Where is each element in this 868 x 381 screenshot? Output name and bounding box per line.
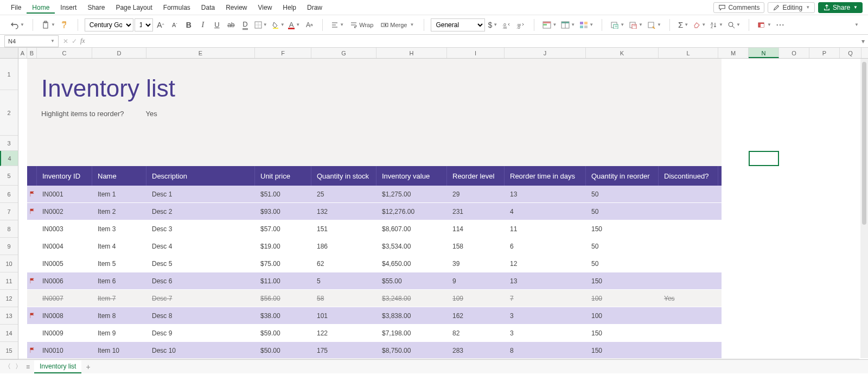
all-sheets-button[interactable]: ≡ bbox=[26, 363, 30, 371]
row-header-13[interactable]: 13 bbox=[0, 307, 18, 325]
menu-draw[interactable]: Draw bbox=[302, 2, 328, 14]
currency-button[interactable]: $▼ bbox=[486, 18, 499, 31]
col-header-J[interactable]: J bbox=[505, 48, 586, 58]
font-size-select[interactable]: 11 bbox=[135, 18, 153, 31]
increase-decimal-button[interactable]: .0.00 bbox=[500, 18, 513, 31]
more-commands-button[interactable]: ⋯ bbox=[774, 18, 787, 31]
col-header-P[interactable]: P bbox=[809, 48, 840, 58]
decrease-decimal-button[interactable]: .00.0 bbox=[514, 18, 527, 31]
row-header-3[interactable]: 3 bbox=[0, 136, 18, 151]
menu-page-layout[interactable]: Page Layout bbox=[110, 2, 157, 14]
sort-filter-button[interactable]: AZ▼ bbox=[709, 18, 725, 31]
cell-styles-button[interactable]: ▼ bbox=[578, 18, 595, 31]
col-header-B[interactable]: B bbox=[27, 48, 37, 58]
editing-mode-button[interactable]: Editing ▼ bbox=[768, 2, 815, 13]
row-header-12[interactable]: 12 bbox=[0, 290, 18, 307]
col-header-G[interactable]: G bbox=[311, 48, 376, 58]
row-header-14[interactable]: 14 bbox=[0, 325, 18, 342]
vertical-scrollbar[interactable] bbox=[860, 59, 868, 358]
italic-button[interactable]: I bbox=[196, 18, 209, 31]
bold-button[interactable]: B bbox=[182, 18, 195, 31]
enter-formula-icon[interactable]: ✓ bbox=[72, 37, 77, 45]
wrap-text-button[interactable]: Wrap bbox=[347, 18, 376, 31]
tab-prev-button[interactable]: 〈 bbox=[4, 362, 11, 371]
row-header-11[interactable]: 11 bbox=[0, 272, 18, 290]
select-all-corner[interactable] bbox=[0, 48, 18, 58]
col-header-F[interactable]: F bbox=[255, 48, 311, 58]
increase-font-button[interactable]: A^ bbox=[154, 18, 167, 31]
row-header-4[interactable]: 4 bbox=[0, 151, 18, 166]
table-row[interactable]: IN0009Item 9Desc 9$59.00122$7,198.008231… bbox=[27, 325, 722, 342]
col-header-I[interactable]: I bbox=[447, 48, 505, 58]
menu-help[interactable]: Help bbox=[277, 2, 302, 14]
cancel-formula-icon[interactable]: ✕ bbox=[63, 37, 68, 45]
row-header-7[interactable]: 7 bbox=[0, 203, 18, 220]
share-button[interactable]: Share ▼ bbox=[818, 2, 863, 13]
col-header-K[interactable]: K bbox=[586, 48, 659, 58]
merge-button[interactable]: Merge▼ bbox=[378, 18, 417, 31]
table-row[interactable]: IN0004Item 4Desc 4$19.00186$3,534.001586… bbox=[27, 238, 722, 255]
col-header-A[interactable]: A bbox=[18, 48, 27, 58]
table-row[interactable]: IN0005Item 5Desc 5$75.0062$4,650.0039125… bbox=[27, 255, 722, 272]
row-header-1[interactable]: 1 bbox=[0, 59, 18, 90]
table-row[interactable]: IN0001Item 1Desc 1$51.0025$1,275.0029135… bbox=[27, 186, 722, 203]
col-header-Q[interactable]: Q bbox=[840, 48, 861, 58]
decrease-font-button[interactable]: Aˇ bbox=[168, 18, 181, 31]
menu-formulas[interactable]: Formulas bbox=[158, 2, 196, 14]
row-header-10[interactable]: 10 bbox=[0, 255, 18, 272]
col-header-M[interactable]: M bbox=[718, 48, 749, 58]
row-header-9[interactable]: 9 bbox=[0, 238, 18, 255]
addins-button[interactable]: ▼ bbox=[756, 18, 773, 31]
table-row[interactable]: IN0003Item 3Desc 3$57.00151$8,607.001141… bbox=[27, 220, 722, 238]
comments-button[interactable]: Comments bbox=[713, 2, 764, 13]
table-row[interactable]: IN0006Item 6Desc 6$11.005$55.00913150 bbox=[27, 272, 722, 290]
menu-view[interactable]: View bbox=[253, 2, 278, 14]
conditional-format-button[interactable]: ▼ bbox=[541, 18, 558, 31]
tab-next-button[interactable]: 〉 bbox=[15, 362, 22, 371]
col-header-E[interactable]: E bbox=[146, 48, 255, 58]
delete-cells-button[interactable]: −▼ bbox=[627, 18, 644, 31]
menu-insert[interactable]: Insert bbox=[55, 2, 82, 14]
row-header-2[interactable]: 2 bbox=[0, 90, 18, 136]
menu-review[interactable]: Review bbox=[220, 2, 252, 14]
col-header-O[interactable]: O bbox=[779, 48, 809, 58]
col-header-D[interactable]: D bbox=[92, 48, 146, 58]
table-row[interactable]: IN0008Item 8Desc 8$38.00101$3,838.001623… bbox=[27, 307, 722, 325]
borders-button[interactable]: ▼ bbox=[253, 18, 269, 31]
paste-button[interactable]: ▼ bbox=[40, 18, 57, 31]
sheet-tab-inventory[interactable]: Inventory list bbox=[34, 360, 81, 373]
find-button[interactable]: ▼ bbox=[726, 18, 742, 31]
col-header-N[interactable]: N bbox=[749, 48, 779, 58]
spreadsheet-grid[interactable]: ABCDEFGHIJKLMNOPQ 123456789101112131415 … bbox=[0, 48, 868, 366]
row-header-8[interactable]: 8 bbox=[0, 220, 18, 238]
table-row[interactable]: IN0010Item 10Desc 10$50.00175$8,750.0028… bbox=[27, 342, 722, 359]
format-cells-button[interactable]: ▼ bbox=[646, 18, 663, 31]
name-box[interactable]: N4▼ bbox=[4, 35, 59, 47]
row-header-5[interactable]: 5 bbox=[0, 166, 18, 186]
formula-input[interactable] bbox=[90, 35, 858, 47]
more-font-button[interactable]: Aa bbox=[303, 18, 316, 31]
font-name-select[interactable]: Century Gothi... bbox=[85, 18, 133, 31]
menu-data[interactable]: Data bbox=[196, 2, 220, 14]
double-underline-button[interactable]: D bbox=[239, 18, 252, 31]
underline-button[interactable]: U bbox=[210, 18, 224, 31]
undo-button[interactable]: ▼ bbox=[9, 18, 26, 31]
align-button[interactable]: ▼ bbox=[329, 18, 346, 31]
formula-expand-button[interactable]: ▾ bbox=[858, 37, 868, 45]
col-header-H[interactable]: H bbox=[376, 48, 447, 58]
ribbon-expand-button[interactable]: ▼ bbox=[850, 18, 863, 31]
font-color-button[interactable]: A▼ bbox=[288, 18, 302, 31]
row-header-6[interactable]: 6 bbox=[0, 186, 18, 203]
menu-file[interactable]: File bbox=[5, 2, 27, 14]
fx-icon[interactable]: fx bbox=[80, 37, 85, 45]
number-format-select[interactable]: General bbox=[431, 18, 485, 31]
format-table-button[interactable]: ▼ bbox=[559, 18, 577, 31]
table-row[interactable]: IN0007Item 7Desc 7$56.0058$3,248.0010971… bbox=[27, 290, 722, 307]
row-header-15[interactable]: 15 bbox=[0, 342, 18, 359]
format-painter-button[interactable] bbox=[58, 18, 71, 31]
col-header-C[interactable]: C bbox=[37, 48, 92, 58]
strikethrough-button[interactable]: ab bbox=[225, 18, 238, 31]
autosum-button[interactable]: Σ▼ bbox=[676, 18, 690, 31]
menu-home[interactable]: Home bbox=[27, 2, 55, 14]
menu-share[interactable]: Share bbox=[82, 2, 110, 14]
